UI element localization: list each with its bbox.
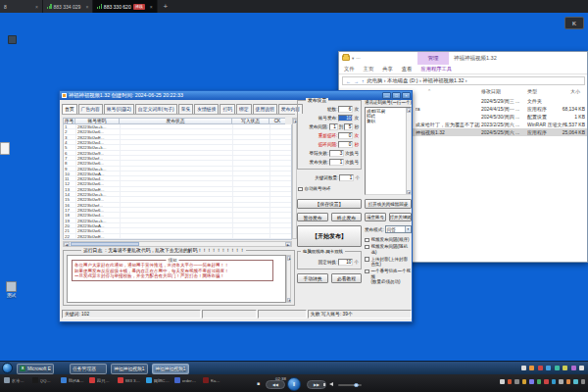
main-tab[interactable]: 采集 <box>178 104 194 114</box>
breadcrumb[interactable]: 此电脑 › 本地磁盘 (D:) › 神福神福视频1.32 › <box>368 77 467 84</box>
window-titlebar[interactable]: 神福神福视频1.32 创建时间: 2024-06-25 20:22:33 — □… <box>60 91 412 100</box>
manual-switch-button[interactable]: 手动转换 <box>297 273 328 283</box>
close-icon[interactable]: × <box>150 4 153 10</box>
main-tab[interactable]: 打码 <box>220 104 235 114</box>
volume-knob[interactable] <box>354 383 359 388</box>
tray-icon[interactable] <box>581 379 586 384</box>
launcher-item[interactable]: 883 3… <box>118 377 141 383</box>
tray-icon[interactable] <box>538 366 543 370</box>
tray-icon[interactable] <box>508 379 513 384</box>
address-bar[interactable]: ← → ↑ 此电脑 › 本地磁盘 (D:) › 神福神福视频1.32 › <box>339 74 587 87</box>
launcher-item[interactable]: Ra… <box>203 377 226 383</box>
publisher-window[interactable]: 神福神福视频1.32 创建时间: 2024-06-25 20:22:33 — □… <box>59 90 413 322</box>
tray-icon[interactable] <box>573 379 578 384</box>
main-tab[interactable]: 广告内容 <box>78 104 103 114</box>
clear-accounts-button[interactable]: 清空账号 <box>365 213 386 221</box>
tray-icon[interactable] <box>563 366 567 370</box>
stop-publish-button[interactable]: 终止发布 <box>331 213 362 221</box>
list-item[interactable]: 兼职 <box>367 119 405 123</box>
scroll-up-icon[interactable]: ▲ <box>287 256 290 261</box>
taskbar-button[interactable]: 神福神福视频1.32 ... <box>152 364 189 374</box>
minimize-button[interactable]: — <box>382 92 391 99</box>
tray-icon[interactable] <box>546 366 551 370</box>
desktop-icon[interactable]: 测试 <box>6 281 17 298</box>
session-tab[interactable]: 883 334 029 × <box>43 0 93 13</box>
auto-cycle-checkbox[interactable]: 自动账号循环 <box>298 186 361 191</box>
interval-min-input[interactable]: 1 <box>329 123 338 130</box>
scroll-left-icon[interactable]: ◀ <box>64 242 70 246</box>
tray-icon[interactable] <box>579 366 584 370</box>
tray-icon[interactable] <box>559 379 564 384</box>
table-row[interactable]: 22 28223kfJwE... <box>64 234 291 239</box>
tray-icon[interactable] <box>514 379 519 384</box>
per-account-input[interactable]: 10 <box>338 115 353 122</box>
checkbox-icon[interactable] <box>365 257 369 262</box>
scroll-down-icon[interactable]: ▼ <box>287 298 290 303</box>
main-tab[interactable]: 绑定 <box>236 104 252 114</box>
more-icon[interactable]: ⋯ <box>356 56 361 61</box>
main-tab[interactable]: 使用说明 <box>253 104 277 114</box>
rewind-button[interactable]: ◀◀ <box>266 380 285 389</box>
tray-icon[interactable] <box>529 366 534 370</box>
th-write-status[interactable]: 写入状态 <box>232 118 270 124</box>
checkbox-icon[interactable] <box>365 245 369 250</box>
start-publish-button[interactable]: 【开始发布】 <box>297 225 362 247</box>
tray-icon[interactable] <box>521 366 526 370</box>
tray-icon[interactable] <box>529 379 534 384</box>
column-date[interactable]: 修改日期 <box>481 88 501 94</box>
launcher-item[interactable]: QQ… <box>32 377 56 383</box>
listbox-scrollbar[interactable]: ▲ ▼ <box>406 108 411 194</box>
desktop-icon[interactable] <box>8 35 17 44</box>
checkbox-icon[interactable] <box>298 187 303 192</box>
stop-icon[interactable]: ■ <box>257 380 260 386</box>
launcher-item[interactable]: order… <box>174 377 198 383</box>
column-type[interactable]: 类型 <box>527 88 537 94</box>
option-checkbox[interactable]: 视频发布间隔(随机选) <box>365 244 412 255</box>
taskbar-button[interactable]: X Microsoft Excel - ... <box>17 364 54 374</box>
tray-icon[interactable] <box>552 379 557 384</box>
close-button[interactable]: × <box>402 92 411 99</box>
launcher-item[interactable]: 四只… <box>89 377 113 383</box>
explorer-titlebar[interactable]: ▾ ⋯ 管理 神福神福视频1.32 <box>339 52 587 65</box>
tray-icon[interactable] <box>566 379 571 384</box>
checkbox-icon[interactable] <box>365 270 369 274</box>
start-button[interactable] <box>2 363 13 373</box>
option-checkbox[interactable]: 视频发布间隔(顺序) <box>365 237 412 242</box>
session-tab-partial[interactable]: 8 × <box>0 0 43 13</box>
th-publish-status[interactable]: 发布状态 <box>120 118 232 124</box>
open-keywords-button[interactable]: 打开关键词 <box>389 213 412 221</box>
launcher-item[interactable]: 水冷… <box>4 377 27 383</box>
interval-max-input[interactable]: 5 <box>344 123 353 130</box>
toggle-record-button[interactable]: 打开或关闭键鼠回录 <box>365 199 412 209</box>
tray-icon[interactable] <box>555 366 560 370</box>
ribbon-tab[interactable]: 文件 <box>344 66 355 73</box>
main-tab[interactable]: 账号(问题2) <box>104 104 134 114</box>
speaker-icon[interactable] <box>329 382 333 386</box>
tray-icon[interactable] <box>544 379 549 384</box>
ribbon-tab[interactable]: 共享 <box>382 66 393 73</box>
publish-mode-select[interactable]: 问答 ▾ <box>385 225 412 233</box>
scroll-down-icon[interactable]: ▼ <box>407 190 411 195</box>
th-index[interactable]: 序号 <box>63 118 75 124</box>
forward-icon[interactable]: → <box>354 78 359 84</box>
taskbar-button[interactable]: 神福神福视频1.32 <box>111 364 148 374</box>
log-textarea[interactable]: 须知 各位用户大家好在此通知，通知用于宣传推送，支持各大平台——简单好用！！如果… <box>67 255 286 303</box>
publish-fail-input[interactable]: 1 <box>329 159 344 166</box>
checkbox-icon[interactable] <box>365 238 369 243</box>
pause-button[interactable]: ‖ <box>287 377 301 391</box>
back-icon[interactable]: ← <box>346 78 351 84</box>
desktop[interactable]: 测试 K ▾ ⋯ 管理 神福神福视频1.32 文件 主页 <box>0 13 588 361</box>
main-tab[interactable]: 友情链接 <box>194 104 219 114</box>
ribbon-tab[interactable]: 主页 <box>364 66 374 73</box>
up-icon[interactable]: ↑ <box>362 78 365 84</box>
scrollbar-thumb[interactable] <box>71 242 139 246</box>
taskbar-button[interactable]: 任务管理器 <box>70 364 107 374</box>
account-table[interactable]: 序号 账号密码 发布状态 写入状态 CK 1 28223kfJw+k... <box>63 118 292 240</box>
keyword-count-input[interactable]: 1 <box>339 174 354 181</box>
chevron-down-icon[interactable]: ▾ <box>352 56 354 61</box>
fixed-switch-input[interactable]: 10 <box>338 259 353 266</box>
launcher-item[interactable]: 我的A… <box>61 377 84 383</box>
scroll-right-icon[interactable]: ▶ <box>285 242 291 246</box>
scroll-up-icon[interactable]: ▲ <box>293 119 296 123</box>
loop-gap-input[interactable]: 0 <box>338 141 353 148</box>
